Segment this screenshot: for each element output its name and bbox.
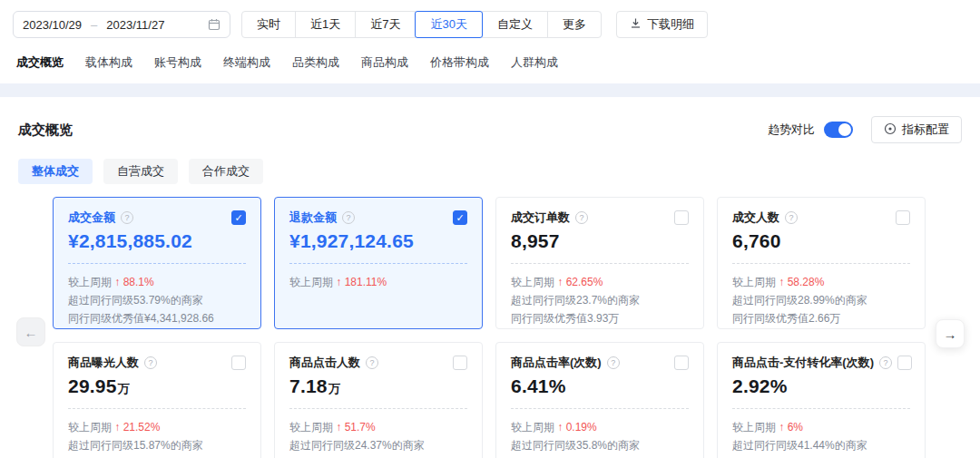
nav-tab[interactable]: 价格带构成 (426, 53, 493, 73)
dashed-divider (289, 408, 467, 409)
carousel-prev-button[interactable]: ← (16, 317, 45, 346)
metric-value: 8,957 (511, 230, 689, 252)
dashed-divider (511, 263, 689, 264)
metric-checkbox[interactable]: ✓ (453, 210, 467, 225)
metric-checkbox[interactable]: ✓ (896, 210, 910, 225)
download-label: 下载明细 (647, 16, 694, 33)
metric-trend: 较上周期 ↑ 181.11% (289, 273, 467, 291)
help-icon[interactable]: ? (607, 356, 620, 369)
metric-peer-best: 同行同级优秀值8.56% (511, 454, 689, 458)
deal-type-tab[interactable]: 整体成交 (18, 159, 93, 184)
nav-tab[interactable]: 载体构成 (82, 53, 136, 73)
target-config-icon (884, 122, 897, 138)
metric-config-button[interactable]: 指标配置 (871, 116, 962, 143)
metric-card[interactable]: 商品点击-支付转化率(次数) ? ✓ 2.92% 较上周期 ↑ 6% 超过同行同… (717, 342, 926, 458)
up-arrow-icon: ↑ (336, 276, 341, 288)
date-start: 2023/10/29 (23, 18, 82, 32)
metric-peer-rank: 超过同行同级28.99%的商家 (732, 291, 910, 309)
metric-card[interactable]: 成交人数 ? ✓ 6,760 较上周期 ↑ 58.28% 超过同行同级28.99… (717, 197, 926, 329)
nav-tab[interactable]: 终端构成 (220, 53, 274, 73)
metric-peer-rank: 超过同行同级23.7%的商家 (511, 291, 689, 309)
dashed-divider (732, 408, 910, 409)
toggle-knob (838, 123, 851, 136)
page-title: 成交概览 (18, 122, 73, 139)
help-icon[interactable]: ? (342, 211, 355, 224)
time-range-button[interactable]: 实时 (241, 11, 296, 38)
check-icon: ✓ (234, 212, 242, 224)
metric-checkbox[interactable]: ✓ (231, 356, 246, 370)
nav-tab[interactable]: 账号构成 (151, 53, 205, 73)
time-range-label: 更多 (563, 17, 586, 31)
help-icon[interactable]: ? (785, 211, 798, 224)
time-range-button-group: 实时近1天近7天近30天自定义更多 (241, 11, 602, 38)
carousel-next-button[interactable]: → (936, 319, 965, 348)
metric-peer-best: 同行同级优秀值5.65% (732, 454, 910, 458)
metric-trend: 较上周期 ↑ 21.52% (68, 418, 246, 436)
time-range-button[interactable]: 更多 (547, 11, 602, 38)
nav-tab[interactable]: 品类构成 (289, 53, 343, 73)
nav-tab[interactable]: 成交概览 (13, 53, 67, 73)
metric-card[interactable]: 商品点击率(次数) ? ✓ 6.41% 较上周期 ↑ 0.19% 超过同行同级3… (495, 342, 704, 458)
metric-checkbox[interactable]: ✓ (453, 356, 467, 370)
trend-compare-toggle[interactable] (824, 122, 853, 138)
metric-value: 29.95万 (68, 375, 246, 397)
metric-peer-best: 同行同级优秀值3.93万 (511, 309, 689, 327)
metric-card[interactable]: 成交订单数 ? ✓ 8,957 较上周期 ↑ 62.65% 超过同行同级23.7… (495, 197, 704, 329)
metric-title: 成交金额 (68, 210, 115, 226)
metric-card[interactable]: 商品点击人数 ? ✓ 7.18万 较上周期 ↑ 51.7% 超过同行同级24.3… (274, 342, 483, 458)
metric-card[interactable]: 商品曝光人数 ? ✓ 29.95万 较上周期 ↑ 21.52% 超过同行同级15… (53, 342, 261, 458)
dashed-divider (511, 408, 689, 409)
time-range-label: 近7天 (370, 17, 400, 31)
metric-value: ¥2,815,885.02 (68, 230, 246, 252)
metric-title: 商品点击率(次数) (511, 355, 602, 371)
nav-tab[interactable]: 人群构成 (507, 53, 562, 73)
metric-cards-carousel: ← 成交金额 ? ✓ ¥2,815,885.02 较上周期 ↑ 88.1% 超过… (18, 197, 962, 458)
metric-value: 2.92% (732, 375, 910, 397)
metric-trend: 较上周期 ↑ 58.28% (732, 273, 910, 291)
help-icon[interactable]: ? (879, 356, 892, 369)
download-detail-button[interactable]: 下载明细 (616, 11, 708, 38)
help-icon[interactable]: ? (144, 356, 157, 369)
deal-type-tab[interactable]: 自营成交 (103, 159, 178, 184)
analysis-nav-tabs: 成交概览载体构成账号构成终端构成品类构成商品构成价格带构成人群构成 (13, 53, 967, 83)
metric-checkbox[interactable]: ✓ (231, 210, 246, 225)
main-content: 成交概览 趋势对比 指标配置 整体成交自营成交合作成交 ← 成交金额 ? ✓ (0, 97, 980, 458)
metric-checkbox[interactable]: ✓ (897, 356, 912, 370)
time-range-button[interactable]: 近1天 (295, 11, 356, 38)
metric-peer-best: 同行同级优秀值2.66万 (732, 309, 910, 327)
time-range-button[interactable]: 近30天 (415, 11, 482, 38)
up-arrow-icon: ↑ (336, 421, 341, 434)
up-arrow-icon: ↑ (557, 421, 563, 434)
help-icon[interactable]: ? (575, 211, 588, 224)
metric-peer-best: 同行同级优秀值¥4,341,928.66 (68, 309, 246, 327)
nav-tab[interactable]: 商品构成 (358, 53, 412, 73)
time-range-button[interactable]: 近7天 (355, 11, 416, 38)
metric-title: 商品点击人数 (289, 355, 360, 371)
left-arrow-icon: ← (24, 325, 38, 340)
metric-peer-rank: 超过同行同级24.37%的商家 (289, 436, 467, 454)
calendar-icon[interactable] (208, 18, 220, 31)
metric-checkbox[interactable]: ✓ (674, 210, 689, 225)
date-end: 2023/11/27 (106, 18, 164, 32)
metric-card[interactable]: 退款金额 ? ✓ ¥1,927,124.65 较上周期 ↑ 181.11% (274, 197, 483, 329)
metric-value: 6,760 (732, 230, 910, 252)
metric-cards-grid: 成交金额 ? ✓ ¥2,815,885.02 较上周期 ↑ 88.1% 超过同行… (53, 197, 926, 458)
section-divider-band (0, 83, 980, 97)
metric-peer-rank: 超过同行同级35.8%的商家 (511, 436, 689, 454)
help-icon[interactable]: ? (121, 211, 133, 224)
time-range-button[interactable]: 自定义 (482, 11, 548, 38)
help-icon[interactable]: ? (366, 356, 378, 369)
metric-title: 商品点击-支付转化率(次数) (732, 355, 874, 371)
metric-checkbox[interactable]: ✓ (674, 356, 689, 370)
metric-peer-best: 同行同级优秀值211.01万 (68, 454, 246, 458)
metric-trend: 较上周期 ↑ 88.1% (68, 273, 246, 291)
metric-config-label: 指标配置 (902, 122, 949, 138)
download-icon (630, 17, 642, 32)
metric-card[interactable]: 成交金额 ? ✓ ¥2,815,885.02 较上周期 ↑ 88.1% 超过同行… (53, 197, 261, 329)
deal-type-tab[interactable]: 合作成交 (189, 159, 263, 184)
up-arrow-icon: ↑ (114, 276, 120, 288)
date-range-input[interactable]: 2023/10/29 – 2023/11/27 (13, 11, 230, 38)
time-range-label: 实时 (257, 17, 280, 31)
deal-type-tabs: 整体成交自营成交合作成交 (18, 159, 962, 184)
top-toolbar: 2023/10/29 – 2023/11/27 实时近1天近7天近30天自定义更… (0, 0, 980, 83)
